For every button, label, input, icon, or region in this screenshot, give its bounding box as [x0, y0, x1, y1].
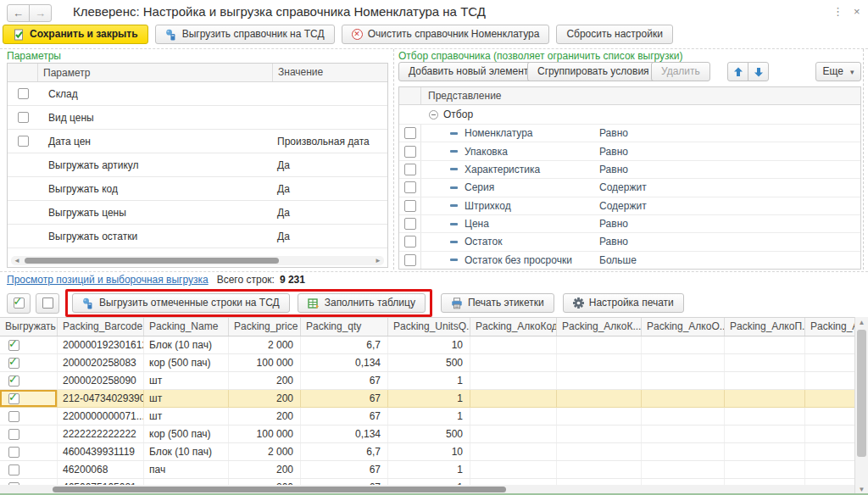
parameters-hscrollbar[interactable]: ◄ ►	[11, 256, 384, 265]
cell-units[interactable]: 500	[388, 425, 470, 442]
cell-name[interactable]: кор (500 пач)	[144, 354, 229, 371]
cell-empty[interactable]	[642, 408, 725, 425]
table-row[interactable]: 2000020258090 шт 200 67 1	[0, 372, 854, 390]
cell-empty[interactable]	[557, 354, 642, 371]
cell-units[interactable]: 1	[388, 372, 470, 389]
cell-empty[interactable]	[725, 461, 805, 478]
cell-qty[interactable]: 6,7	[301, 443, 388, 460]
scroll-down-icon[interactable]: ▼	[855, 486, 868, 493]
scrollbar-thumb[interactable]	[53, 487, 506, 492]
cell-price[interactable]: 2 000	[229, 443, 301, 460]
param-checkbox[interactable]	[18, 112, 29, 123]
row-checkbox[interactable]	[8, 393, 19, 404]
filter-condition[interactable]: Равно	[599, 218, 628, 230]
cell-barcode[interactable]: 2000020258090	[58, 372, 144, 389]
reset-settings-button[interactable]: Сбросить настройки	[556, 25, 672, 44]
cell-price[interactable]: 100 000	[229, 354, 301, 371]
table-row[interactable]: 4600439931119 Блок (10 пач) 2 000 6,7 10	[0, 443, 854, 461]
grid-vscrollbar[interactable]: ▲ ▼	[854, 317, 868, 495]
cell-empty[interactable]	[557, 461, 642, 478]
filter-checkbox[interactable]	[404, 254, 416, 266]
cell-empty[interactable]	[470, 425, 557, 442]
more-button[interactable]: Еще ▾	[815, 62, 861, 81]
column-header[interactable]: Packing_Name	[144, 318, 229, 336]
cell-empty[interactable]	[725, 372, 805, 389]
cell-price[interactable]: 200	[229, 372, 301, 389]
forward-button[interactable]: →	[29, 4, 52, 22]
cell-empty[interactable]	[805, 336, 854, 353]
current-cell[interactable]	[0, 390, 58, 407]
cell-empty[interactable]	[642, 390, 725, 407]
column-header[interactable]: Packing_UnitsQ...	[388, 318, 470, 336]
print-label-button[interactable]: Печать этикетки	[441, 293, 554, 313]
cell-qty[interactable]: 6,7	[301, 336, 388, 353]
cell-empty[interactable]	[805, 443, 854, 460]
filter-row[interactable]: Цена Равно	[399, 215, 860, 233]
param-value[interactable]: Да	[272, 159, 387, 171]
filter-checkbox[interactable]	[404, 146, 416, 158]
cell-units[interactable]: 1	[388, 390, 470, 407]
cell-empty[interactable]	[805, 372, 854, 389]
cell-barcode[interactable]: 46200068	[58, 461, 144, 478]
filter-checkbox[interactable]	[404, 218, 416, 230]
filter-row[interactable]: Упаковка Равно	[399, 142, 860, 160]
fill-table-button[interactable]: Заполнить таблицу	[298, 293, 426, 313]
filter-row[interactable]: Характеристика Равно	[399, 161, 860, 179]
cell-barcode[interactable]: 4600439931119	[58, 443, 144, 460]
param-row[interactable]: Выгружать код Да	[8, 177, 387, 201]
move-up-button[interactable]	[727, 62, 748, 81]
filter-condition[interactable]: Равно	[599, 146, 628, 158]
cell-units[interactable]: 1	[388, 408, 470, 425]
clear-catalog-button[interactable]: ✕ Очистить справочник Номенклатура	[342, 25, 550, 44]
row-checkbox[interactable]	[8, 429, 19, 440]
table-row-selected[interactable]: 212-04734029390 шт 200 67 1	[0, 390, 854, 408]
cell-empty[interactable]	[725, 408, 805, 425]
filter-checkbox[interactable]	[404, 236, 416, 248]
param-checkbox[interactable]	[18, 88, 29, 99]
filter-checkbox[interactable]	[404, 181, 416, 193]
scroll-left-icon[interactable]: ◄	[14, 256, 20, 265]
column-header[interactable]: Packing_АлкоКод	[470, 318, 557, 336]
filter-condition[interactable]: Равно	[599, 127, 628, 139]
cell-qty[interactable]: 67	[301, 390, 388, 407]
filter-row[interactable]: Номенклатура Равно	[399, 125, 860, 142]
select-all-button[interactable]	[7, 293, 31, 314]
column-header[interactable]: Packing_qty	[301, 318, 388, 336]
param-value[interactable]: Произвольная дата	[272, 136, 387, 147]
cell-empty[interactable]	[470, 336, 557, 353]
param-value[interactable]: Да	[272, 183, 387, 195]
cell-empty[interactable]	[470, 390, 557, 407]
cell-qty[interactable]: 67	[301, 461, 388, 478]
cell-name[interactable]: шт	[144, 372, 229, 389]
scrollbar-thumb[interactable]	[857, 330, 866, 457]
header-presentation[interactable]: Представление	[421, 90, 502, 102]
filter-condition[interactable]: Больше	[599, 254, 637, 266]
param-row[interactable]: Дата цен Произвольная дата	[8, 130, 387, 153]
cell-empty[interactable]	[557, 408, 642, 425]
column-header[interactable]: Packing_Barcode	[58, 318, 144, 336]
cell-empty[interactable]	[557, 390, 642, 407]
cell-empty[interactable]	[805, 354, 854, 371]
row-checkbox[interactable]	[8, 464, 19, 476]
param-row[interactable]: Склад	[8, 82, 387, 106]
cell-empty[interactable]	[642, 443, 725, 460]
cell-units[interactable]: 1	[388, 461, 470, 478]
cell-name[interactable]: шт	[144, 408, 229, 425]
param-row[interactable]: Вид цены	[8, 106, 387, 130]
cell-empty[interactable]	[642, 372, 725, 389]
cell-qty[interactable]: 67	[301, 372, 388, 389]
scroll-right-icon[interactable]: ►	[375, 256, 381, 265]
cell-barcode[interactable]: 200000192301612	[58, 336, 144, 353]
upload-marked-rows-button[interactable]: Выгрузить отмеченные строки на ТСД	[72, 293, 290, 313]
cell-name[interactable]: Блок (10 пач)	[144, 443, 229, 460]
param-row[interactable]: Выгружать артикул Да	[8, 153, 387, 177]
row-checkbox[interactable]	[8, 411, 19, 422]
cell-price[interactable]: 2 000	[229, 336, 301, 353]
row-checkbox[interactable]	[8, 447, 19, 458]
cell-units[interactable]: 10	[388, 443, 470, 460]
cell-price[interactable]: 200	[229, 408, 301, 425]
column-header[interactable]: Packing_АлкоК...	[557, 318, 642, 336]
deselect-all-button[interactable]	[36, 293, 59, 314]
column-header[interactable]: Packing_А...	[805, 318, 854, 336]
cell-empty[interactable]	[805, 408, 854, 425]
